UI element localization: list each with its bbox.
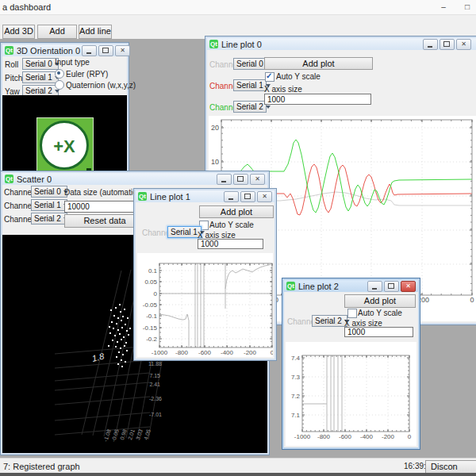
chevron-down-icon	[55, 90, 60, 93]
svg-text:2.41: 2.41	[149, 382, 160, 387]
auto-y-checkbox[interactable]	[347, 309, 357, 318]
add-plot-button[interactable]: Add plot	[344, 294, 416, 308]
svg-text:-600: -600	[198, 349, 212, 356]
combo-value: Serial 2	[315, 317, 342, 325]
line-plot-2-canvas[interactable]: -1000-800-600-400-20007.47.37.27.1	[286, 342, 416, 446]
svg-text:-0.2: -0.2	[146, 336, 157, 343]
x-axis-size-input[interactable]	[264, 94, 371, 105]
maximize-button[interactable]	[233, 174, 248, 185]
quaternion-radio[interactable]	[55, 80, 64, 90]
add-line-button[interactable]: Add line	[79, 25, 112, 39]
orientation-3d-view[interactable]: +X	[2, 95, 127, 176]
svg-text:11.88: 11.88	[148, 361, 162, 367]
close-button[interactable]	[257, 191, 272, 202]
app-minimize-button[interactable]: –	[435, 1, 452, 13]
input-type-label: Input type	[55, 58, 90, 67]
minimize-button[interactable]	[217, 174, 232, 185]
serial-data-dashboard-app: a dashboard – □ Add 3D Add scatter Add l…	[0, 0, 476, 476]
maximize-button[interactable]	[440, 39, 455, 50]
channel0-serial-combo[interactable]: Serial 2	[312, 315, 347, 327]
app-title: a dashboard	[2, 2, 51, 12]
svg-text:-200: -200	[244, 349, 257, 356]
channel2-serial-combo[interactable]: Serial 2	[233, 101, 267, 113]
maximize-button[interactable]	[98, 45, 113, 56]
channel0-serial-combo[interactable]: Serial 0	[31, 186, 67, 198]
window-line-plot-2: Qt Line plot 2 Add plot Auto Y scale Cha…	[282, 278, 420, 450]
combo-value: Serial 2	[236, 102, 263, 111]
x-axis-size-input[interactable]	[198, 239, 263, 249]
close-button[interactable]	[456, 39, 471, 50]
svg-text:-800: -800	[317, 433, 331, 440]
minimize-button[interactable]	[367, 281, 382, 292]
qt-icon: Qt	[209, 40, 218, 48]
titlebar[interactable]: Qt Line plot 2	[284, 280, 418, 292]
svg-text:0.05: 0.05	[144, 278, 157, 286]
minimize-button[interactable]	[82, 45, 97, 56]
combo-value: Serial 2	[34, 214, 61, 223]
svg-text:-200: -200	[382, 433, 395, 440]
roll-label: Roll	[5, 60, 18, 69]
cube-face-label: +X	[53, 136, 75, 156]
status-message: 7: Registered graph	[3, 462, 80, 471]
euler-radio[interactable]	[55, 69, 64, 79]
svg-text:-400: -400	[360, 433, 374, 440]
svg-text:-2.36: -2.36	[149, 396, 162, 401]
svg-text:-0.15: -0.15	[143, 324, 158, 332]
svg-text:7.2: 7.2	[291, 393, 301, 400]
close-button[interactable]	[250, 174, 265, 185]
maximize-button[interactable]	[384, 281, 399, 292]
line-plot-1-canvas[interactable]: -1000-800-600-400-20000.10.050-0.05-0.1-…	[137, 253, 273, 357]
maximize-button[interactable]	[240, 191, 255, 202]
svg-text:0: 0	[154, 290, 158, 298]
channel1-serial-combo[interactable]: Serial 1	[233, 79, 267, 91]
roll-serial-combo[interactable]: Serial 0	[22, 58, 59, 70]
close-button[interactable]	[115, 45, 130, 56]
titlebar[interactable]: Qt Line plot 1	[136, 190, 274, 202]
channel2-serial-combo[interactable]: Serial 2	[31, 213, 67, 225]
titlebar[interactable]: Qt Scatter 0	[2, 173, 267, 185]
pitch-label: Pitch	[5, 74, 22, 83]
combo-value: Serial 0	[25, 60, 52, 68]
chevron-down-icon	[266, 106, 271, 109]
add-plot-button[interactable]: Add plot	[199, 205, 274, 218]
disconnect-button[interactable]: Discon	[425, 460, 476, 474]
titlebar[interactable]: Qt Line plot 0	[207, 38, 476, 50]
add-3d-button[interactable]: Add 3D	[2, 25, 35, 39]
euler-radio-label: Euler (RPY)	[66, 70, 108, 79]
svg-text:0: 0	[408, 433, 412, 440]
window-title: Line plot 0	[221, 40, 421, 49]
qt-icon: Qt	[5, 175, 13, 183]
window-line-plot-1: Qt Line plot 1 Add plot Auto Y scale Cha…	[133, 188, 277, 361]
minimize-button[interactable]	[423, 39, 438, 50]
svg-text:0: 0	[470, 296, 474, 304]
svg-text:7.15: 7.15	[149, 373, 160, 378]
svg-text:-0.05: -0.05	[143, 301, 158, 309]
pitch-serial-combo[interactable]: Serial 1	[22, 71, 59, 83]
add-plot-button[interactable]: Add plot	[264, 57, 373, 70]
app-maximize-button[interactable]: □	[459, 1, 476, 13]
window-title: Scatter 0	[17, 175, 215, 184]
channel1-serial-combo[interactable]: Serial 1	[31, 199, 67, 211]
close-button[interactable]	[401, 281, 416, 292]
combo-value: Serial 2	[25, 86, 52, 95]
svg-text:1.8: 1.8	[91, 351, 106, 363]
minimize-button[interactable]	[224, 191, 239, 202]
channel0-serial-combo[interactable]: Serial 1	[167, 226, 202, 238]
auto-y-label: Auto Y scale	[358, 309, 402, 317]
qt-icon: Qt	[138, 192, 147, 201]
titlebar[interactable]: Qt 3D Orientation 0	[2, 44, 127, 56]
channel0-serial-combo[interactable]: Serial 0	[233, 58, 267, 70]
add-scatter-button[interactable]: Add scatter	[37, 25, 77, 39]
svg-text:10: 10	[211, 158, 219, 166]
quaternion-radio-label: Quaternion (w,x,y,z)	[66, 81, 136, 90]
combo-value: Serial 1	[236, 81, 263, 90]
auto-y-label: Auto Y scale	[209, 221, 254, 229]
auto-y-label: Auto Y scale	[276, 72, 321, 81]
combo-value: Serial 0	[236, 60, 263, 68]
window-title: Line plot 2	[298, 282, 366, 291]
x-axis-size-input[interactable]	[344, 327, 413, 337]
statusbar: 7: Registered graph 16:39:03 Discon	[0, 458, 476, 474]
auto-y-checkbox[interactable]	[265, 72, 274, 82]
svg-text:0.1: 0.1	[148, 267, 158, 274]
app-titlebar[interactable]: a dashboard – □	[0, 0, 476, 15]
